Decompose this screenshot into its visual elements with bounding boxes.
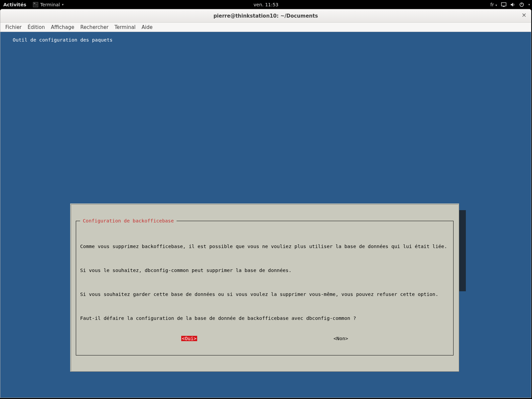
terminal-window: pierre@thinkstation10: ~/Documents × Fic…: [0, 9, 531, 398]
svg-rect-1: [503, 6, 505, 7]
no-button[interactable]: <Non>: [333, 336, 348, 341]
menu-help[interactable]: Aide: [139, 24, 156, 30]
keyboard-layout-indicator[interactable]: fr ▾: [490, 2, 497, 7]
activities-button[interactable]: Activités: [0, 2, 30, 7]
clock-label[interactable]: ven. 11:53: [253, 2, 278, 7]
debconf-dialog: Configuration de backofficebase Comme vo…: [70, 203, 459, 372]
dialog-text-line-1: Comme vous supprimez backofficebase, il …: [80, 243, 449, 249]
menubar: Fichier Édition Affichage Rechercher Ter…: [0, 23, 531, 32]
app-menu-button[interactable]: Terminal ▾: [30, 2, 67, 7]
terminal-viewport: Outil de configuration des paquets Confi…: [0, 32, 531, 398]
volume-icon[interactable]: [510, 2, 515, 7]
dialog-text-line-2: Si vous le souhaitez, dbconfig-common pe…: [80, 267, 449, 273]
menu-search[interactable]: Rechercher: [77, 24, 111, 30]
yes-button[interactable]: <Oui>: [181, 336, 197, 341]
menu-terminal[interactable]: Terminal: [111, 24, 138, 30]
chevron-down-icon: ▾: [62, 3, 64, 6]
terminal-icon: [33, 2, 38, 7]
app-menu-label: Terminal: [40, 2, 60, 7]
chevron-down-icon[interactable]: ▾: [528, 3, 530, 6]
dialog-button-row: <Oui> <Non>: [80, 336, 449, 341]
dialog-text-line-3: Si vous souhaitez garder cette base de d…: [80, 291, 449, 297]
menu-file[interactable]: Fichier: [2, 24, 25, 30]
dialog-text-line-4: Faut-il défaire la configuration de la b…: [80, 315, 449, 321]
window-title: pierre@thinkstation10: ~/Documents: [213, 13, 318, 19]
chevron-down-icon: ▾: [495, 3, 497, 7]
dialog-frame: Configuration de backofficebase Comme vo…: [76, 218, 454, 355]
power-icon[interactable]: [519, 2, 524, 7]
menu-view[interactable]: Affichage: [48, 24, 77, 30]
svg-rect-0: [501, 3, 506, 6]
dialog-title: Configuration de backofficebase: [80, 218, 177, 223]
close-icon[interactable]: ×: [521, 13, 527, 19]
menu-edit[interactable]: Édition: [25, 24, 48, 30]
svg-marker-2: [511, 3, 513, 7]
display-icon[interactable]: [501, 2, 506, 7]
window-titlebar[interactable]: pierre@thinkstation10: ~/Documents ×: [0, 9, 531, 23]
keyboard-layout-label: fr: [490, 2, 494, 7]
status-tray: fr ▾ ▾: [490, 2, 530, 7]
package-config-heading: Outil de configuration des paquets: [12, 37, 113, 43]
gnome-topbar: Activités Terminal ▾ ven. 11:53 fr ▾ ▾: [0, 0, 532, 9]
